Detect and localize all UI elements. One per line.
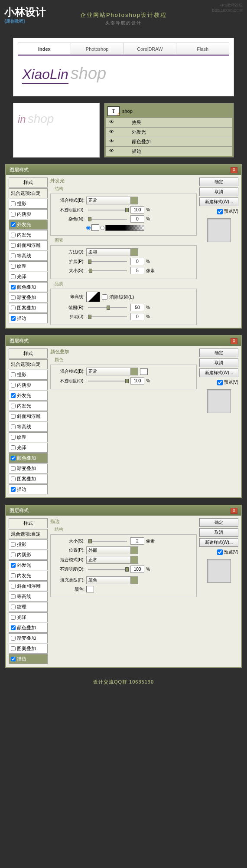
size-input[interactable] — [130, 267, 144, 274]
blending-options[interactable]: 混合选项:自定 — [9, 188, 48, 198]
style-innershadow[interactable]: 内阴影 — [9, 209, 48, 219]
blending-options[interactable]: 混合选项:自定 — [9, 529, 48, 539]
style-patternoverlay[interactable]: 图案叠加 — [9, 644, 48, 654]
technique-combo[interactable]: 柔和 — [86, 248, 138, 256]
style-texture[interactable]: 纹理 — [9, 602, 48, 612]
ok-button[interactable]: 确定 — [199, 349, 238, 357]
layer-thumbnail[interactable]: ⚠ — [107, 106, 120, 116]
dialog-titlebar[interactable]: 图层样式 X — [6, 336, 241, 346]
style-contour[interactable]: 等高线 — [9, 592, 48, 602]
style-dropshadow[interactable]: 投影 — [9, 199, 48, 209]
style-innershadow[interactable]: 内阴影 — [9, 380, 48, 390]
gradient-radio[interactable] — [100, 226, 104, 230]
style-texture[interactable]: 纹理 — [9, 261, 48, 271]
preview-checkbox[interactable] — [217, 209, 223, 214]
dialog-titlebar[interactable]: 图层样式 X — [6, 165, 241, 175]
new-style-button[interactable]: 新建样式(W)... — [199, 368, 238, 377]
overlay-color-swatch[interactable] — [140, 368, 148, 375]
style-gradientoverlay[interactable]: 渐变叠加 — [9, 633, 48, 643]
style-innerglow[interactable]: 内发光 — [9, 230, 48, 240]
opacity-slider[interactable] — [88, 569, 127, 570]
style-coloroverlay[interactable]: 颜色叠加 — [9, 282, 48, 292]
tab-flash[interactable]: Flash — [176, 43, 229, 54]
close-button[interactable]: X — [231, 167, 237, 173]
layer-effect-stroke[interactable]: 👁描边 — [106, 146, 232, 156]
style-dropshadow[interactable]: 投影 — [9, 370, 48, 380]
ok-button[interactable]: 确定 — [199, 518, 238, 527]
size-slider[interactable] — [88, 541, 127, 542]
style-patternoverlay[interactable]: 图案叠加 — [9, 474, 48, 484]
spread-slider[interactable] — [88, 261, 127, 262]
blending-options[interactable]: 混合选项:自定 — [9, 359, 48, 369]
style-outerglow[interactable]: 外发光 — [9, 220, 48, 230]
jitter-slider[interactable] — [88, 316, 127, 317]
visibility-icon[interactable]: 👁 — [109, 119, 114, 125]
stroke-color-swatch[interactable] — [86, 586, 94, 592]
range-slider[interactable] — [88, 307, 127, 308]
color-radio[interactable] — [86, 226, 91, 230]
cancel-button[interactable]: 取消 — [199, 187, 238, 196]
blend-mode-combo[interactable]: 正常 — [86, 197, 138, 204]
cancel-button[interactable]: 取消 — [199, 528, 238, 537]
layer-name[interactable]: shop — [122, 108, 133, 114]
contour-picker[interactable] — [86, 292, 100, 302]
style-stroke[interactable]: 描边 — [9, 654, 48, 664]
style-patternoverlay[interactable]: 图案叠加 — [9, 303, 48, 313]
size-input[interactable] — [130, 537, 144, 545]
size-slider[interactable] — [88, 270, 127, 271]
style-bevel[interactable]: 斜面和浮雕 — [9, 411, 48, 421]
preview-checkbox[interactable] — [217, 380, 223, 385]
style-outerglow[interactable]: 外发光 — [9, 391, 48, 401]
range-input[interactable] — [130, 304, 144, 311]
style-coloroverlay[interactable]: 颜色叠加 — [9, 623, 48, 633]
visibility-icon[interactable]: 👁 — [109, 129, 114, 134]
tab-photoshop[interactable]: Photoshop — [71, 43, 124, 54]
layer-effect-outerglow[interactable]: 👁外发光 — [106, 127, 232, 137]
style-texture[interactable]: 纹理 — [9, 432, 48, 442]
style-coloroverlay[interactable]: 颜色叠加 — [9, 453, 48, 463]
styles-header[interactable]: 样式 — [9, 518, 48, 528]
style-bevel[interactable]: 斜面和浮雕 — [9, 581, 48, 591]
dialog-titlebar[interactable]: 图层样式 X — [6, 506, 241, 516]
glow-color-swatch[interactable] — [91, 224, 99, 231]
style-innerglow[interactable]: 内发光 — [9, 401, 48, 411]
close-button[interactable]: X — [231, 508, 237, 514]
position-combo[interactable]: 外部 — [86, 546, 138, 554]
fill-type-combo[interactable]: 颜色 — [86, 576, 138, 584]
styles-header[interactable]: 样式 — [9, 349, 48, 358]
preview-checkbox[interactable] — [217, 549, 223, 555]
style-outerglow[interactable]: 外发光 — [9, 560, 48, 570]
tab-index[interactable]: Index — [18, 43, 71, 54]
jitter-input[interactable] — [130, 313, 144, 320]
layer-effect-coloroverlay[interactable]: 👁颜色叠加 — [106, 137, 232, 146]
style-gradientoverlay[interactable]: 渐变叠加 — [9, 464, 48, 473]
noise-input[interactable] — [130, 215, 144, 223]
opacity-slider[interactable] — [88, 381, 127, 381]
styles-header[interactable]: 样式 — [9, 178, 48, 187]
style-stroke[interactable]: 描边 — [9, 313, 48, 323]
style-satin[interactable]: 光泽 — [9, 443, 48, 453]
style-satin[interactable]: 光泽 — [9, 612, 48, 622]
cancel-button[interactable]: 取消 — [199, 358, 238, 367]
spread-input[interactable] — [130, 258, 144, 265]
style-contour[interactable]: 等高线 — [9, 251, 48, 261]
tab-coreldraw[interactable]: CorelDRAW — [124, 43, 177, 54]
layer-effects-header[interactable]: 👁效果 — [106, 118, 232, 127]
noise-slider[interactable] — [88, 219, 127, 220]
style-bevel[interactable]: 斜面和浮雕 — [9, 240, 48, 250]
ok-button[interactable]: 确定 — [199, 178, 238, 186]
visibility-icon[interactable]: 👁 — [109, 138, 114, 144]
style-satin[interactable]: 光泽 — [9, 272, 48, 282]
new-style-button[interactable]: 新建样式(W)... — [199, 197, 238, 206]
style-dropshadow[interactable]: 投影 — [9, 539, 48, 549]
blend-mode-combo[interactable]: 正常 — [86, 368, 138, 375]
style-innerglow[interactable]: 内发光 — [9, 571, 48, 581]
opacity-input[interactable] — [130, 377, 144, 385]
new-style-button[interactable]: 新建样式(W)... — [199, 538, 238, 547]
antialias-checkbox[interactable] — [102, 294, 107, 300]
opacity-input[interactable] — [130, 566, 144, 573]
style-contour[interactable]: 等高线 — [9, 422, 48, 432]
opacity-slider[interactable] — [88, 210, 127, 210]
glow-gradient[interactable] — [105, 225, 144, 231]
style-stroke[interactable]: 描边 — [9, 484, 48, 494]
